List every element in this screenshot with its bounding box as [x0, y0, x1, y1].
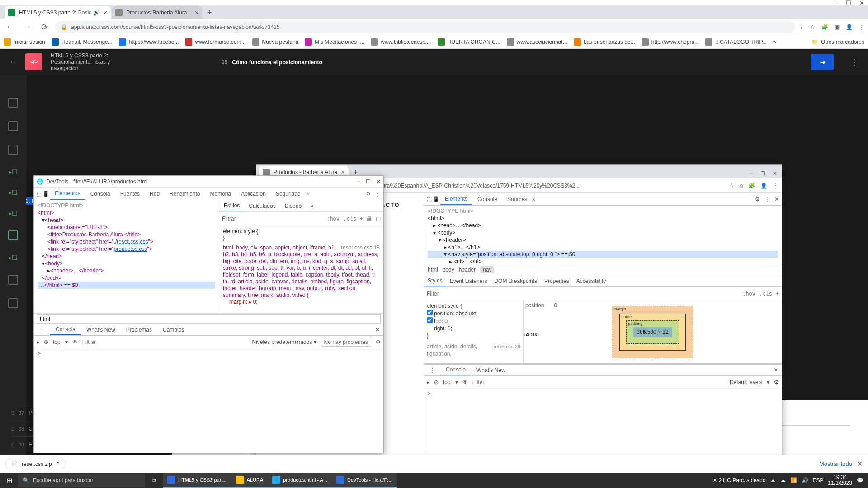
cast-icon[interactable]: ⎋ [740, 183, 743, 189]
bookmark-item[interactable]: HUERTA ORGANIC... [438, 38, 500, 46]
tab-security[interactable]: Seguridad [271, 188, 305, 199]
sidebar-item[interactable] [8, 298, 18, 308]
bookmark-item[interactable]: Nueva pestaña [252, 38, 299, 46]
sidebar-item[interactable] [8, 145, 18, 155]
taskbar-app[interactable]: DevTools - file:///F:... [332, 473, 397, 488]
panel-icon[interactable]: ◫ [376, 216, 381, 222]
start-button[interactable]: ⊞ [0, 476, 18, 485]
bookmark-item[interactable]: Hotmail, Messenge... [52, 38, 113, 46]
sidebar-item[interactable] [8, 230, 18, 240]
sidebar-item[interactable] [8, 121, 18, 131]
menu-icon[interactable]: ⋮ [859, 24, 864, 30]
breadcrumb[interactable]: htmlbodyheadernav [424, 264, 782, 275]
hov-toggle[interactable]: :hov [326, 216, 340, 222]
console-output[interactable]: > [424, 389, 782, 399]
tab-console[interactable]: Consola [86, 188, 115, 199]
device-icon[interactable]: 📱 [433, 196, 439, 202]
extension-icon[interactable]: 🧩 [748, 183, 755, 189]
tab-close-icon[interactable]: × [104, 9, 107, 16]
continue-button[interactable]: ➜ [811, 54, 834, 70]
filter-input[interactable] [222, 216, 323, 222]
menu-icon[interactable]: ⋮ [375, 191, 381, 197]
tab-event-listeners[interactable]: Event Listeners [446, 276, 491, 286]
style-rules[interactable]: element.style { position: absolute; top:… [424, 300, 524, 363]
source-link[interactable]: reset.css.css:18 [341, 244, 380, 251]
new-tab-button[interactable]: + [203, 6, 216, 19]
taskbar-app[interactable]: ALURA [231, 473, 268, 488]
close-btn[interactable]: ✕ [773, 170, 777, 177]
gear-icon[interactable]: ⚙ [774, 379, 779, 385]
tab-whatsnew[interactable]: What's New [471, 365, 511, 375]
maximize-btn[interactable]: ☐ [846, 0, 851, 6]
eye-icon[interactable]: 👁 [72, 339, 78, 345]
tab-active[interactable]: HTML5 y CSS3 parte 2: Posic 🔊 × [5, 6, 111, 19]
gear-icon[interactable]: ⚙ [376, 339, 381, 345]
levels-selector[interactable]: Default levels [730, 379, 762, 385]
tab-console[interactable]: Console [473, 194, 502, 205]
clock[interactable]: 19:3411/1/2023 [828, 474, 852, 486]
tab-inactive[interactable]: Productos-Barberia Alura × [112, 6, 202, 19]
tab-whatsnew[interactable]: What's New [81, 325, 121, 335]
more-tabs-icon[interactable]: » [533, 196, 536, 202]
taskbar-search[interactable]: 🔍 Escribe aquí para buscar [18, 474, 145, 487]
close-icon[interactable]: ✕ [768, 365, 782, 375]
dom-tree[interactable]: <!DOCTYPE html> <html> ▾<head> <meta cha… [34, 200, 219, 313]
avatar-icon[interactable]: 👤 [760, 183, 767, 189]
more-bookmarks-icon[interactable]: » [773, 39, 776, 45]
tab-styles[interactable]: Estilos [219, 201, 244, 211]
minimize-btn[interactable]: − [750, 170, 753, 177]
taskbar-app[interactable]: HTML5 y CSS3 part... [163, 473, 231, 488]
tab-layout[interactable]: Diseño [280, 201, 306, 211]
tab-changes[interactable]: Cambios [157, 325, 189, 335]
cloud-icon[interactable]: ☁ [780, 477, 786, 483]
context-selector[interactable]: top [443, 379, 451, 385]
other-bookmarks[interactable]: 📁 Otros marcadores [811, 39, 864, 45]
tab-close-icon[interactable]: × [195, 9, 198, 16]
star-icon[interactable]: ☆ [729, 183, 734, 189]
play-icon[interactable]: ▸ [37, 339, 39, 345]
notifications-icon[interactable]: 💬 [857, 477, 863, 483]
menu-icon[interactable]: ⋮ [773, 183, 778, 189]
sidebar-item[interactable] [8, 98, 18, 108]
weather-widget[interactable]: ☀ 21°C Parc. soleado [712, 477, 766, 483]
bookmark-item[interactable]: Las enseñanzas de... [574, 38, 635, 46]
add-rule-icon[interactable]: + [776, 291, 779, 297]
tab-network[interactable]: Red [145, 188, 164, 199]
console-output[interactable]: > [34, 348, 383, 358]
bookmark-item[interactable]: http://www.chopra... [642, 38, 699, 46]
minimize-btn[interactable]: − [357, 178, 360, 185]
tab-console[interactable]: Console [440, 365, 471, 375]
share-icon[interactable]: ⇪ [799, 24, 804, 30]
course-back-button[interactable]: ← [9, 57, 17, 67]
tab-sources[interactable]: Sources [503, 194, 532, 205]
tab-performance[interactable]: Rendimiento [165, 188, 204, 199]
tray-chevron-icon[interactable]: ⏶ [770, 477, 776, 483]
source-link[interactable]: reset.css:28 [494, 343, 520, 350]
maximize-btn[interactable]: ☐ [366, 178, 371, 185]
language-indicator[interactable]: ESP [813, 477, 824, 483]
tab-problems[interactable]: Problemas [121, 325, 157, 335]
tab-elements[interactable]: Elements [440, 193, 472, 205]
gear-icon[interactable]: ⚙ [755, 196, 760, 202]
inspect-icon[interactable]: ⬚ [37, 191, 42, 197]
clear-icon[interactable]: ⊘ [434, 379, 439, 385]
lesson-menu-icon[interactable]: ⋮ [850, 56, 859, 67]
tab-styles[interactable]: Styles [424, 276, 446, 286]
play-icon[interactable]: ▸ [427, 379, 429, 385]
volume-icon[interactable]: 🔊 [802, 477, 808, 483]
bookmark-item[interactable]: Iniciar sesión [4, 38, 45, 46]
close-btn[interactable]: ✕ [376, 178, 381, 185]
taskbar-app[interactable]: productos.html - A... [268, 473, 332, 488]
wifi-icon[interactable]: 📶 [790, 477, 797, 483]
drawer-menu-icon[interactable]: ⋮ [424, 365, 440, 375]
show-all-downloads[interactable]: Mostrar todo [819, 460, 852, 467]
avatar-icon[interactable]: 👤 [846, 24, 853, 30]
more-icon[interactable]: » [306, 201, 318, 211]
tab-console[interactable]: Consola [50, 324, 81, 335]
download-item[interactable]: 📄 reset.css.zip ⌃ [5, 459, 66, 469]
bookmark-item[interactable]: Mis Meditaciones -... [305, 38, 364, 46]
close-icon[interactable]: ✕ [774, 196, 779, 202]
more-tabs-icon[interactable]: » [306, 191, 309, 197]
hov-toggle[interactable]: :hov [742, 291, 755, 297]
tab-accessibility[interactable]: Accessibility [573, 276, 609, 286]
